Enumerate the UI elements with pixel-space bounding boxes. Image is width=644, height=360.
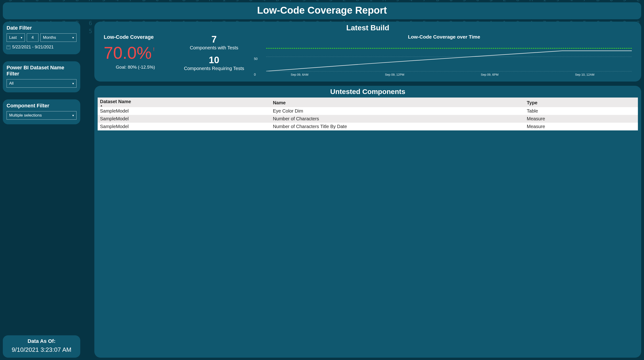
- kpi-block: 7 Components with Tests 10 Components Re…: [176, 34, 252, 75]
- cell-dataset: SampleModel: [98, 115, 270, 123]
- component-filter-title: Component Filter: [6, 103, 76, 109]
- date-unit-select[interactable]: Months ▾: [40, 33, 76, 42]
- col-type[interactable]: Type: [524, 98, 638, 107]
- cell-name: Number of Characters: [270, 115, 524, 123]
- date-count-input[interactable]: 4: [27, 33, 38, 42]
- coverage-chart-title: Low-Code Coverage over Time: [254, 34, 634, 40]
- coverage-label: Low-Code Coverage: [104, 34, 174, 40]
- report-title-bar: Low-Code Coverage Report: [3, 2, 641, 19]
- dataset-filter-value: All: [9, 81, 14, 86]
- cell-dataset: SampleModel: [98, 107, 270, 115]
- data-as-of-label: Data As Of:: [6, 338, 76, 344]
- components-with-tests-label: Components with Tests: [176, 45, 252, 51]
- alert-icon: !: [153, 47, 154, 52]
- cell-dataset: SampleModel: [98, 123, 270, 130]
- cell-type: Measure: [524, 123, 638, 130]
- component-filter-card: Component Filter Multiple selections ▾: [3, 99, 80, 124]
- coverage-value-wrap: 70.0% !: [104, 44, 174, 61]
- date-relative-select[interactable]: Last ▾: [6, 33, 25, 42]
- data-as-of-value: 9/10/2021 3:23:07 AM: [6, 346, 76, 353]
- table-row[interactable]: SampleModel Eye Color Dim Table: [98, 107, 638, 115]
- table-row[interactable]: SampleModel Number of Characters Measure: [98, 115, 638, 123]
- chevron-down-icon: ▾: [72, 113, 74, 117]
- cell-type: Measure: [524, 115, 638, 123]
- x-tick-1: Sep 09, 12PM: [385, 73, 404, 76]
- date-count-value: 4: [32, 35, 34, 40]
- gridline-0: [266, 71, 632, 71]
- component-filter-value: Multiple selections: [9, 113, 42, 118]
- x-tick-2: Sep 09, 6PM: [481, 73, 498, 76]
- x-tick-0: Sep 09, 6AM: [291, 73, 308, 76]
- untested-title: Untested Components: [98, 88, 638, 96]
- x-tick-3: Sep 10, 12AM: [575, 73, 594, 76]
- coverage-line-series: [266, 42, 632, 71]
- latest-build-title: Latest Build: [94, 23, 641, 32]
- dataset-filter-title: Power BI Dataset Name Filter: [6, 65, 76, 77]
- col-type-label: Type: [527, 100, 538, 105]
- col-name[interactable]: Name: [270, 98, 524, 107]
- coverage-chart: Low-Code Coverage over Time 50 0: [254, 34, 634, 76]
- untested-table: Dataset Name ▲ Name Type: [98, 98, 638, 130]
- date-relative-value: Last: [9, 35, 17, 40]
- chevron-down-icon: ▾: [72, 82, 74, 85]
- cell-name: Eye Color Dim: [270, 107, 524, 115]
- coverage-block: Low-Code Coverage 70.0% ! Goal: 80% (-12…: [104, 34, 174, 70]
- date-filter-title: Date Filter: [6, 25, 76, 31]
- chevron-down-icon: ▾: [72, 36, 74, 40]
- col-dataset-name[interactable]: Dataset Name ▲: [98, 98, 270, 107]
- chevron-down-icon: ▾: [21, 36, 22, 40]
- date-unit-value: Months: [43, 35, 56, 40]
- col-name-label: Name: [273, 100, 286, 105]
- cell-type: Table: [524, 107, 638, 115]
- col-dataset-name-label: Dataset Name: [100, 99, 131, 104]
- components-requiring-label: Components Requiring Tests: [176, 66, 252, 71]
- y-tick-50: 50: [254, 57, 258, 61]
- calendar-icon: [6, 45, 10, 49]
- chart-plot-area: [266, 42, 632, 71]
- data-as-of-card: Data As Of: 9/10/2021 3:23:07 AM: [3, 335, 80, 358]
- date-filter-card: Date Filter Last ▾ 4 Months ▾: [3, 22, 80, 54]
- dataset-filter-select[interactable]: All ▾: [6, 79, 76, 88]
- latest-build-panel: Latest Build Low-Code Coverage 70.0% ! G…: [94, 22, 641, 82]
- components-requiring-value: 10: [176, 55, 252, 65]
- dataset-filter-card: Power BI Dataset Name Filter All ▾: [3, 61, 80, 92]
- coverage-value: 70.0%: [104, 44, 152, 61]
- untested-components-panel: Untested Components Dataset Name ▲ Name: [94, 86, 641, 358]
- y-tick-0: 0: [254, 73, 256, 76]
- report-title: Low-Code Coverage Report: [3, 5, 641, 16]
- cell-name: Number of Characters Title By Date: [270, 123, 524, 130]
- date-range-text: 5/22/2021 - 9/21/2021: [12, 45, 54, 50]
- component-filter-select[interactable]: Multiple selections ▾: [6, 111, 76, 120]
- sort-asc-icon: ▲: [100, 104, 268, 107]
- table-row[interactable]: SampleModel Number of Characters Title B…: [98, 123, 638, 130]
- coverage-goal: Goal: 80% (-12.5%): [104, 65, 167, 70]
- components-with-tests-value: 7: [176, 34, 252, 45]
